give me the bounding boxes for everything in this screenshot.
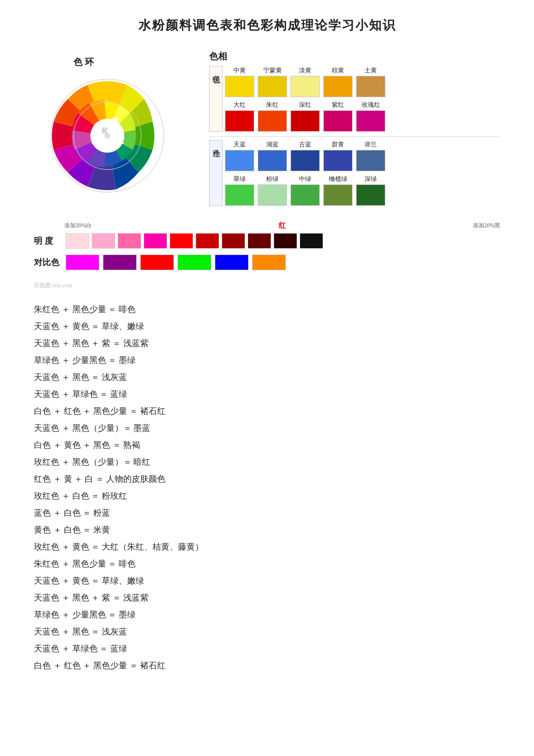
cool-row2: 翠绿 粉绿 中绿 橄榄绿	[225, 175, 385, 206]
svg-text:红: 红	[116, 136, 125, 145]
brightness-swatch-6	[196, 233, 219, 249]
swatch-ningmenhuang: 宁蒙黄	[258, 66, 287, 97]
swatch-danhuang: 淡黄	[290, 66, 320, 97]
brightness-swatch-9	[273, 233, 297, 249]
formula-15: 玫红色 ＋ 黄色 ＝ 大红（朱红、桔黄、藤黄）	[34, 538, 500, 555]
formula-21: 天蓝色 ＋ 草绿色 ＝ 蓝绿	[34, 640, 500, 657]
swatch-zhuhong: 朱红	[258, 101, 287, 132]
swatch-zhonglu: 中绿	[290, 175, 320, 206]
cool-area: 冷色 天蓝 湖蓝 古蓝 群青	[209, 140, 500, 206]
formula-16: 朱红色 ＋ 黑色少量 ＝ 啡色	[34, 555, 500, 572]
brightness-note-left: 添加20%白	[64, 222, 92, 230]
color-theory-section: 色 环	[34, 51, 500, 209]
contrast-swatch-6	[252, 254, 286, 270]
formula-3: 天蓝色 ＋ 黑色 ＋ 紫 ＝ 浅蓝紫	[34, 335, 500, 352]
formula-18: 天蓝色 ＋ 黑色 ＋ 紫 ＝ 浅蓝紫	[34, 589, 500, 606]
color-formulas: 朱红色 ＋ 黑色少量 ＝ 啡色 天蓝色 ＋ 黄色 ＝ 草绿、嫩绿 天蓝色 ＋ 黑…	[34, 301, 500, 674]
brightness-notes-row: 添加20%白 红 添加20%黑	[34, 221, 500, 231]
swatch-shenhong: 深红	[290, 101, 320, 132]
formula-14: 黄色 ＋ 白色 ＝ 米黄	[34, 521, 500, 538]
formula-19: 草绿色 ＋ 少量黑色 ＝ 墨绿	[34, 606, 500, 623]
cool-label: 冷色	[209, 140, 223, 206]
brightness-swatch-7	[222, 233, 245, 249]
swatch-shenlu: 深绿	[356, 175, 385, 206]
contrast-swatch-4	[177, 254, 211, 270]
brightness-section: 添加20%白 红 添加20%黑 明 度	[34, 221, 500, 249]
contrast-swatch-1	[66, 254, 99, 270]
formula-1: 朱红色 ＋ 黑色少量 ＝ 啡色	[34, 301, 500, 318]
color-wheel-label: 色 环	[73, 57, 94, 68]
formula-2: 天蓝色 ＋ 黄色 ＝ 草绿、嫩绿	[34, 318, 500, 335]
formula-17: 天蓝色 ＋ 黄色 ＝ 草绿、嫩绿	[34, 572, 500, 589]
swatch-zihong: 紫红	[323, 101, 353, 132]
swatch-ganlanlu: 橄榄绿	[323, 175, 353, 206]
color-wheel-container: 色 环	[34, 51, 192, 209]
formula-10: 玫红色 ＋ 黑色（少量）＝ 暗红	[34, 453, 500, 470]
formula-11: 红色 ＋ 黄 ＋ 白 ＝ 人物的皮肤颜色	[34, 470, 500, 487]
swatch-qunqing: 群青	[323, 140, 353, 171]
contrast-swatch-2	[103, 254, 137, 270]
brightness-swatches	[66, 233, 323, 249]
brightness-label: 明 度	[34, 236, 62, 247]
watermark: 百图图 nitu.com	[34, 282, 500, 290]
formula-5: 天蓝色 ＋ 黑色 ＝ 浅灰蓝	[34, 369, 500, 386]
warm-label: 暖色	[209, 66, 223, 132]
formula-20: 天蓝色 ＋ 黑色 ＝ 浅灰蓝	[34, 623, 500, 640]
swatch-hulan: 湖蓝	[258, 140, 287, 171]
formula-9: 白色 ＋ 黄色 ＋ 黑色 ＝ 熟褐	[34, 437, 500, 453]
formula-6: 天蓝色 ＋ 草绿色 ＝ 蓝绿	[34, 386, 500, 403]
brightness-swatch-2	[92, 233, 115, 249]
swatch-meiguihong: 玫瑰红	[356, 101, 385, 132]
cool-swatches: 天蓝 湖蓝 古蓝 群青	[225, 140, 385, 206]
svg-text:紫: 紫	[101, 127, 108, 135]
swatch-tianlan: 天蓝	[225, 140, 254, 171]
brightness-swatch-3	[118, 233, 141, 249]
contrast-swatches	[66, 254, 286, 270]
brightness-swatch-5	[170, 233, 193, 249]
brightness-red-label: 红	[279, 221, 286, 231]
brightness-row: 明 度	[34, 233, 500, 249]
swatch-tuhuang: 土黄	[356, 66, 385, 97]
formula-13: 蓝色 ＋ 白色 ＝ 粉蓝	[34, 504, 500, 521]
swatch-zhonghuang: 中黄	[225, 66, 254, 97]
swatch-gulan: 古蓝	[290, 140, 320, 171]
brightness-swatch-4	[144, 233, 167, 249]
cool-row1: 天蓝 湖蓝 古蓝 群青	[225, 140, 385, 171]
brightness-swatch-8	[248, 233, 271, 249]
brightness-swatch-10	[299, 233, 323, 249]
formula-8: 天蓝色 ＋ 黑色（少量）＝ 墨蓝	[34, 420, 500, 437]
swatch-fenlu: 粉绿	[258, 175, 287, 206]
hue-title: 色相	[209, 51, 500, 63]
page-title: 水粉颜料调色表和色彩构成理论学习小知识	[34, 17, 500, 34]
hue-section: 色相 暖色 中黄 宁蒙黄 淡黄	[209, 51, 500, 206]
formula-7: 白色 ＋ 红色 ＋ 黑色少量 ＝ 褚石红	[34, 403, 500, 420]
swatch-dilan: 谛兰	[356, 140, 385, 171]
brightness-swatch-1	[66, 233, 89, 249]
warm-swatches: 中黄 宁蒙黄 淡黄 桔黄	[225, 66, 385, 132]
swatch-cuilu: 翠绿	[225, 175, 254, 206]
formula-12: 玫红色 ＋ 白色 ＝ 粉玫红	[34, 487, 500, 504]
formula-22: 白色 ＋ 红色 ＋ 黑色少量 ＝ 褚石红	[34, 657, 500, 674]
svg-text:黄: 黄	[111, 116, 119, 125]
svg-text:蓝: 蓝	[92, 136, 99, 145]
warm-row1: 中黄 宁蒙黄 淡黄 桔黄	[225, 66, 385, 97]
contrast-swatch-5	[215, 254, 249, 270]
contrast-label: 对比色	[34, 257, 62, 268]
contrast-swatch-3	[140, 254, 174, 270]
swatch-juhuang: 桔黄	[323, 66, 353, 97]
formula-4: 草绿色 ＋ 少量黑色 ＝ 墨绿	[34, 352, 500, 369]
brightness-note-right: 添加20%黑	[473, 222, 500, 230]
warm-row2: 大红 朱红 深红 紫红	[225, 101, 385, 132]
color-wheel-svg: 黄 蓝 红 紫	[40, 68, 175, 204]
contrast-section: 对比色	[34, 254, 500, 270]
swatch-dahong: 大红	[225, 101, 254, 132]
